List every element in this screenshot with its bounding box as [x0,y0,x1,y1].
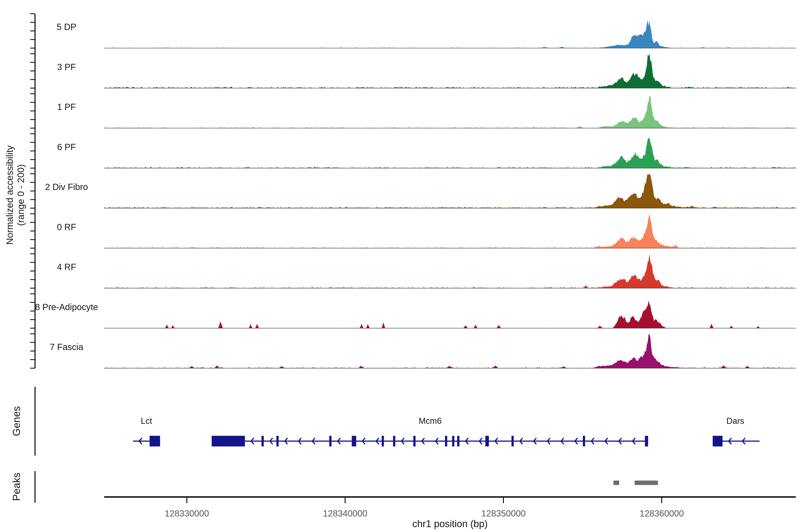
tracks-panel: 5 DP3 PF1 PF6 PF2 Div Fibro0 RF4 RF8 Pre… [30,14,796,368]
peak-interval [634,480,658,485]
gene-model-mcm6: Mcm6 [212,416,648,446]
track-label-2-div-fibro: 2 Div Fibro [45,182,88,192]
gene-name-dars: Dars [726,416,744,425]
genes-panel-label: Genes [11,406,22,436]
gene-model-lct: Lct [133,416,160,446]
exon [277,436,279,446]
coverage-plot-figure: 5 DP3 PF1 PF6 PF2 Div Fibro0 RF4 RF8 Pre… [0,0,798,532]
signal-area-2-div-fibro [104,174,796,208]
exon [712,436,722,446]
track-label-1-pf: 1 PF [57,102,76,112]
track-1-pf: 1 PF [30,94,796,128]
track-label-8-pre-adipocyte: 8 Pre-Adipocyte [35,302,98,312]
signal-area-1-pf [104,96,796,128]
exon [445,436,447,446]
exon [413,436,416,446]
coverage-plot-svg: 5 DP3 PF1 PF6 PF2 Div Fibro0 RF4 RF8 Pre… [0,0,798,532]
signal-area-0-rf [104,214,796,248]
exon [457,436,459,446]
signal-area-4-rf [104,254,796,288]
exon [212,436,245,446]
signal-area-6-pf [104,138,796,168]
x-axis-tick-label: 128350000 [481,509,526,518]
track-3-pf: 3 PF [30,54,796,88]
genes-panel: LctMcm6Dars [35,387,759,456]
y-axis-title-line2: (range 0 - 200) [16,164,26,226]
exon [645,436,648,446]
track-label-6-pf: 6 PF [57,142,76,152]
x-axis-tick-label: 128360000 [640,509,684,518]
exon [262,436,264,446]
signal-area-7-fascia [104,334,796,368]
exon [329,436,331,446]
x-axis-title: chr1 position (bp) [412,518,488,529]
peaks-panel-label: Peaks [11,473,22,501]
exon [452,436,454,446]
exon [486,436,489,446]
signal-area-3-pf [104,54,796,88]
x-axis-tick-label: 128340000 [323,509,367,518]
gene-model-dars: Dars [712,416,759,446]
exon [352,436,356,446]
gene-name-lct: Lct [141,416,152,425]
track-8-pre-adipocyte: 8 Pre-Adipocyte [30,294,796,328]
track-label-4-rf: 4 RF [57,262,76,272]
track-5-dp: 5 DP [30,14,796,48]
track-4-rf: 4 RF [30,254,796,288]
exon [511,436,514,446]
track-2-div-fibro: 2 Div Fibro [30,174,796,208]
signal-area-5-dp [104,20,796,48]
y-axis-title-line1: Normalized accessibility [4,146,15,245]
track-7-fascia: 7 Fascia [30,334,796,368]
axes: Normalized accessibility (range 0 - 200)… [4,146,796,529]
signal-area-8-pre-adipocyte [104,300,796,328]
peak-interval [613,480,619,485]
exon [583,436,585,446]
x-axis-tick-label: 128330000 [165,509,209,518]
track-label-7-fascia: 7 Fascia [50,342,83,352]
track-label-3-pf: 3 PF [57,62,76,72]
track-label-0-rf: 0 RF [57,222,76,232]
track-label-5-dp: 5 DP [57,22,76,32]
peaks-panel [35,471,658,503]
exon [382,436,384,446]
exon [150,436,160,446]
gene-name-mcm6: Mcm6 [419,416,441,425]
track-0-rf: 0 RF [30,214,796,248]
track-6-pf: 6 PF [30,134,796,168]
exon [393,436,395,446]
